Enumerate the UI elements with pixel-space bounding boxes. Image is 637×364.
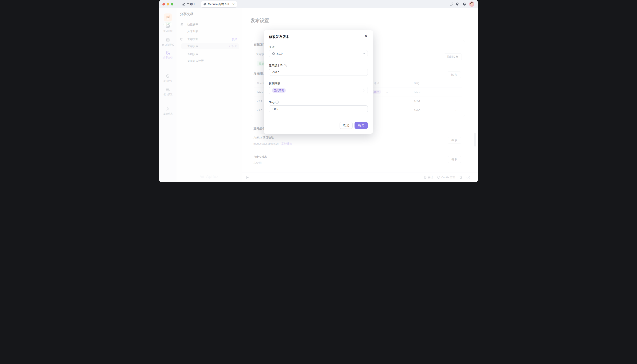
environment-label: 运行环境	[269, 82, 280, 86]
app-window: 主窗口 Medusa 商城 API ✕	[159, 0, 478, 182]
slug-label-text: Slug	[269, 100, 275, 104]
tab-close-icon[interactable]: ✕	[232, 3, 235, 6]
traffic-lights	[162, 3, 173, 6]
edit-version-modal: 修改发布版本 ✕ 来源 3.0.0 显示版本号 ? 运行环境 正式环境 Slug	[264, 30, 373, 134]
chevron-right-icon	[362, 89, 365, 92]
environment-tag: 正式环境	[272, 88, 286, 92]
tab-main-window-label: 主窗口	[187, 2, 195, 6]
slug-input[interactable]	[269, 106, 368, 112]
user-avatar[interactable]	[469, 2, 474, 7]
titlebar: 主窗口 Medusa 商城 API ✕	[159, 0, 478, 8]
help-icon: ?	[276, 100, 279, 104]
environment-select[interactable]: 正式环境	[269, 87, 368, 94]
bell-icon[interactable]	[463, 2, 466, 6]
source-select-value: 3.0.0	[276, 52, 283, 55]
cancel-button[interactable]: 取 消	[340, 122, 353, 129]
version-icon	[272, 52, 275, 55]
home-icon	[182, 2, 185, 6]
sync-icon[interactable]	[449, 2, 453, 6]
tab-separator	[198, 2, 198, 6]
modal-close-icon[interactable]: ✕	[365, 34, 368, 38]
chevron-down-icon	[362, 52, 365, 55]
display-version-label-text: 显示版本号	[269, 64, 283, 68]
source-select[interactable]: 3.0.0	[269, 50, 368, 57]
tab-main-window[interactable]: 主窗口	[182, 2, 195, 6]
tab-project[interactable]: Medusa 商城 API ✕	[201, 1, 237, 7]
minimize-window-button[interactable]	[167, 3, 169, 6]
share-tab-icon	[203, 2, 206, 6]
modal-title: 修改发布版本	[269, 35, 289, 39]
zoom-window-button[interactable]	[171, 3, 173, 6]
confirm-button[interactable]: 确 定	[354, 122, 368, 129]
close-window-button[interactable]	[162, 3, 165, 6]
display-version-input[interactable]	[269, 69, 368, 76]
tab-project-label: Medusa 商城 API	[208, 2, 229, 6]
gear-icon[interactable]	[456, 2, 460, 6]
source-label: 来源	[269, 45, 275, 49]
help-icon: ?	[284, 64, 287, 67]
display-version-label: 显示版本号 ?	[269, 64, 287, 68]
slug-label: Slug ?	[269, 100, 279, 104]
